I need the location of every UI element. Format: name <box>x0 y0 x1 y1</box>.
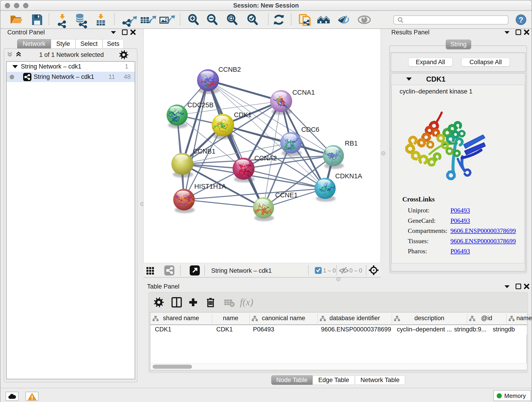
svg-text:0 – 0: 0 – 0 <box>349 267 362 274</box>
svg-text:RB1: RB1 <box>345 140 358 147</box>
svg-text:CCNB1: CCNB1 <box>193 148 215 155</box>
svg-text:HIST1H1A: HIST1H1A <box>194 183 226 190</box>
svg-text:CDKN1A: CDKN1A <box>335 172 362 180</box>
svg-text:?: ? <box>519 15 524 24</box>
svg-text:CDC6: CDC6 <box>301 126 319 133</box>
svg-text:1 – 0: 1 – 0 <box>323 267 336 274</box>
svg-text:CCNA1: CCNA1 <box>292 89 315 96</box>
svg-text:CCNE1: CCNE1 <box>275 191 298 199</box>
svg-text:CDC25B: CDC25B <box>187 101 214 109</box>
svg-text:CCNB2: CCNB2 <box>218 66 241 73</box>
svg-text:String Network – cdk1: String Network – cdk1 <box>211 267 272 274</box>
svg-text:f(x): f(x) <box>240 297 253 307</box>
svg-text:CDK1: CDK1 <box>234 111 252 119</box>
svg-text:CCNA2: CCNA2 <box>254 154 277 162</box>
